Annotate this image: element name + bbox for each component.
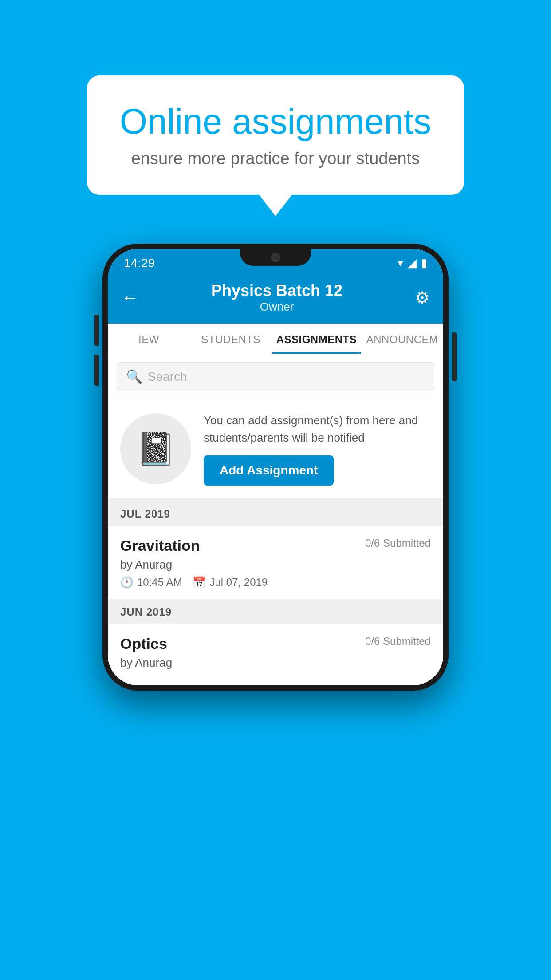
add-assignment-button[interactable]: Add Assignment — [204, 455, 334, 486]
volume-down-button — [94, 355, 99, 386]
assignment-icon-circle: 📓 — [120, 413, 191, 484]
tab-announcements[interactable]: ANNOUNCEM — [361, 324, 443, 354]
speech-bubble-container: Online assignments ensure more practice … — [87, 75, 464, 195]
tab-students[interactable]: STUDENTS — [190, 324, 272, 354]
assignment-by-optics: by Anurag — [120, 656, 431, 670]
app-header: ← Physics Batch 12 Owner ⚙ — [108, 273, 443, 324]
signal-icon: ◢ — [408, 256, 417, 270]
date-value: Jul 07, 2019 — [209, 576, 268, 589]
status-time: 14:29 — [124, 256, 155, 270]
section-header-jun: JUN 2019 — [108, 600, 443, 624]
assignment-date: 📅 Jul 07, 2019 — [193, 576, 268, 589]
assignment-info: You can add assignment(s) from here and … — [204, 412, 431, 486]
assignment-name-optics: Optics — [120, 635, 167, 652]
settings-icon[interactable]: ⚙ — [415, 288, 430, 308]
phone-notch — [240, 249, 311, 266]
assignment-by: by Anurag — [120, 558, 431, 572]
battery-icon: ▮ — [421, 256, 427, 270]
header-center: Physics Batch 12 Owner — [211, 281, 342, 314]
calendar-icon: 📅 — [193, 576, 206, 589]
header-subtitle: Owner — [211, 300, 342, 314]
assignment-submitted: 0/6 Submitted — [365, 537, 431, 549]
assignment-time: 🕐 10:45 AM — [120, 576, 182, 589]
volume-up-button — [94, 315, 99, 346]
camera-icon — [271, 253, 280, 262]
time-value: 10:45 AM — [137, 576, 182, 589]
assignment-item-gravitation[interactable]: Gravitation 0/6 Submitted by Anurag 🕐 10… — [108, 526, 443, 600]
assignment-meta: 🕐 10:45 AM 📅 Jul 07, 2019 — [120, 576, 431, 589]
search-placeholder: Search — [148, 370, 187, 384]
assignment-name: Gravitation — [120, 537, 200, 554]
tabs-bar: IEW STUDENTS ASSIGNMENTS ANNOUNCEM — [108, 324, 443, 354]
assignment-submitted-optics: 0/6 Submitted — [365, 635, 431, 648]
tab-assignments[interactable]: ASSIGNMENTS — [272, 324, 362, 354]
power-button — [452, 332, 457, 381]
tab-iew[interactable]: IEW — [108, 324, 190, 354]
assignment-description: You can add assignment(s) from here and … — [204, 412, 431, 447]
header-title: Physics Batch 12 — [211, 281, 342, 300]
bubble-title: Online assignments — [118, 102, 433, 141]
phone-screen: 14:29 ▾ ◢ ▮ ← Physics Batch 12 Owner ⚙ I… — [108, 249, 443, 685]
phone-outer: 14:29 ▾ ◢ ▮ ← Physics Batch 12 Owner ⚙ I… — [102, 244, 449, 691]
search-icon: 🔍 — [126, 369, 142, 384]
assignment-row-top-2: Optics 0/6 Submitted — [120, 635, 431, 652]
search-bar[interactable]: 🔍 Search — [117, 362, 434, 391]
assignment-row-top: Gravitation 0/6 Submitted — [120, 537, 431, 554]
phone-wrapper: 14:29 ▾ ◢ ▮ ← Physics Batch 12 Owner ⚙ I… — [102, 244, 449, 691]
assignment-item-optics[interactable]: Optics 0/6 Submitted by Anurag — [108, 624, 443, 685]
search-bar-container: 🔍 Search — [108, 354, 443, 399]
wifi-icon: ▾ — [398, 256, 403, 270]
back-button[interactable]: ← — [121, 288, 139, 308]
status-icons: ▾ ◢ ▮ — [398, 256, 427, 270]
speech-bubble: Online assignments ensure more practice … — [87, 75, 464, 195]
add-assignment-section: 📓 You can add assignment(s) from here an… — [108, 399, 443, 502]
notebook-icon: 📓 — [136, 430, 176, 468]
section-header-jul: JUL 2019 — [108, 502, 443, 526]
bubble-subtitle: ensure more practice for your students — [118, 149, 433, 168]
clock-icon: 🕐 — [120, 576, 134, 589]
